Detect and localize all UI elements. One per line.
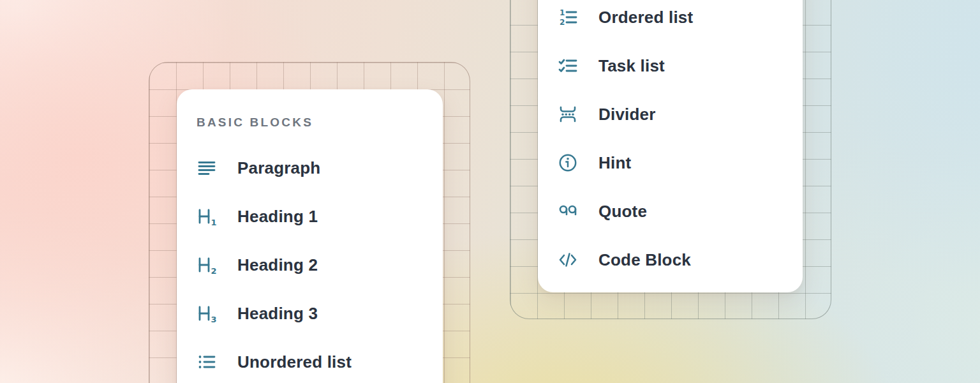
svg-text:2: 2 [211,266,217,276]
svg-text:1: 1 [211,218,217,227]
heading-3-icon: 3 [197,303,217,324]
menu-item-code-block[interactable]: Code Block [538,236,803,284]
code-block-icon [558,250,578,270]
menu-item-heading-3[interactable]: 3Heading 3 [177,289,443,338]
heading-2-icon: 2 [197,255,217,275]
menu-section-header: BASIC BLOCKS [197,115,443,130]
menu-item-label: Heading 2 [237,255,318,275]
menu-item-quote[interactable]: Quote [538,187,803,236]
menu-item-label: Code Block [598,250,691,270]
menu-item-label: Task list [598,56,665,76]
menu-item-list: Paragraph1Heading 12Heading 23Heading 3U… [177,144,443,383]
menu-item-list: 12Ordered listTask listDividerHintQuoteC… [538,0,803,284]
menu-item-task-list[interactable]: Task list [538,41,803,90]
menu-item-label: Ordered list [598,8,693,27]
ordered-list-icon: 12 [558,7,578,27]
quote-icon [558,201,578,222]
task-list-icon [558,56,578,76]
menu-item-label: Heading 1 [237,207,318,227]
svg-text:2: 2 [560,18,565,27]
menu-item-paragraph[interactable]: Paragraph [177,144,443,192]
menu-item-divider[interactable]: Divider [538,90,803,139]
menu-item-unordered-list[interactable]: Unordered list [177,338,443,383]
menu-item-label: Heading 3 [237,304,318,324]
menu-item-label: Unordered list [237,352,352,372]
menu-item-label: Hint [598,153,631,173]
hint-icon [558,153,578,173]
menu-item-label: Paragraph [237,158,320,178]
blocks-menu-continued: 12Ordered listTask listDividerHintQuoteC… [538,0,803,292]
menu-item-label: Quote [598,202,647,222]
divider-icon [558,104,578,124]
paragraph-icon [197,158,217,178]
unordered-list-icon [197,352,217,372]
menu-item-hint[interactable]: Hint [538,139,803,187]
menu-item-heading-1[interactable]: 1Heading 1 [177,192,443,241]
svg-text:3: 3 [211,315,217,324]
heading-1-icon: 1 [197,206,217,227]
menu-item-label: Divider [598,105,656,124]
page-background: BASIC BLOCKS Paragraph1Heading 12Heading… [0,0,980,383]
menu-item-heading-2[interactable]: 2Heading 2 [177,241,443,289]
basic-blocks-menu: BASIC BLOCKS Paragraph1Heading 12Heading… [177,89,443,383]
svg-text:1: 1 [560,8,565,17]
menu-item-ordered-list[interactable]: 12Ordered list [538,0,803,41]
